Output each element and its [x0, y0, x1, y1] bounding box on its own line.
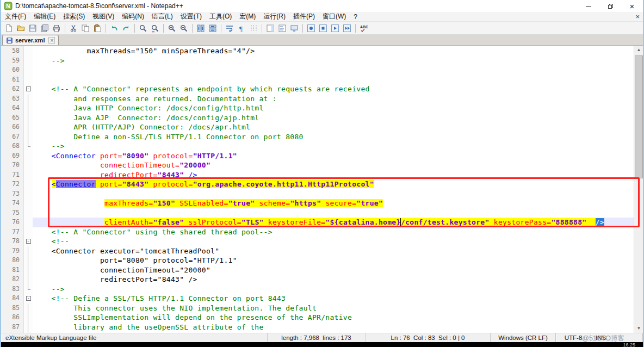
- indent-guide-icon[interactable]: [248, 23, 259, 34]
- restore-button[interactable]: [599, 0, 621, 12]
- menu-item-11[interactable]: 插件(P): [289, 12, 319, 21]
- cut-icon[interactable]: [68, 23, 79, 34]
- code-text[interactable]: [33, 208, 634, 218]
- code-text[interactable]: redirectPort="8443" />: [33, 275, 634, 284]
- editor-area[interactable]: 58 maxThreads="150" minSpareThreads="4"/…: [1, 46, 643, 333]
- menu-item-6[interactable]: 语言(L): [148, 12, 177, 21]
- tab-bar: server.xml ×: [1, 35, 643, 46]
- code-text[interactable]: [33, 65, 634, 75]
- code-text[interactable]: [33, 189, 634, 199]
- notepadpp-app-icon: N: [4, 2, 13, 10]
- fold-collapse-icon[interactable]: -: [24, 294, 33, 303]
- code-text[interactable]: SSLImplementation will depend on the pre…: [33, 313, 634, 323]
- code-text[interactable]: <Connector port="8090" protocol="HTTP/1.…: [33, 151, 634, 161]
- save-all-icon[interactable]: [39, 23, 50, 34]
- code-text[interactable]: redirectPort="8443" />: [33, 170, 634, 180]
- sync-h-icon[interactable]: [207, 23, 218, 34]
- tab-server-xml[interactable]: server.xml ×: [2, 35, 59, 45]
- monitor-icon[interactable]: [289, 23, 300, 34]
- line-number: 75: [1, 208, 24, 218]
- zoom-out-icon[interactable]: [178, 23, 189, 34]
- scroll-up-icon[interactable]: ▲: [634, 46, 643, 54]
- code-text[interactable]: maxThreads="150" minSpareThreads="4"/>: [33, 46, 634, 56]
- menu-item-4[interactable]: 视图(V): [89, 12, 118, 21]
- code-text[interactable]: -->: [33, 56, 634, 66]
- show-all-chars-icon[interactable]: ¶: [236, 23, 247, 34]
- code-text[interactable]: This connector uses the NIO implementati…: [33, 303, 634, 313]
- paste-icon[interactable]: [92, 23, 103, 34]
- code-text[interactable]: clientAuth="false" sslProtocol="TLS" key…: [33, 218, 634, 227]
- copy-icon[interactable]: [80, 23, 91, 34]
- line-number: 86: [1, 313, 24, 323]
- print-icon[interactable]: [51, 23, 62, 34]
- menu-item-13[interactable]: ?: [350, 12, 361, 21]
- menu-item-1[interactable]: 文件(F): [1, 12, 30, 21]
- macro-stop-icon[interactable]: [318, 23, 329, 34]
- code-text[interactable]: Define a non-SSL/TLS HTTP/1.1 Connector …: [33, 132, 634, 142]
- menu-item-5[interactable]: 编码(N): [118, 12, 148, 21]
- word-wrap-icon[interactable]: [224, 23, 235, 34]
- status-insert-mode[interactable]: INS: [591, 333, 643, 342]
- status-encoding[interactable]: UTF-8: [556, 333, 591, 342]
- code-text[interactable]: <Connector executor="tomcatThreadPool": [33, 246, 634, 256]
- scroll-down-icon[interactable]: ▼: [634, 324, 643, 333]
- fold-collapse-icon[interactable]: -: [24, 84, 33, 94]
- code-text[interactable]: connectionTimeout="20000": [33, 160, 634, 170]
- vertical-scrollbar[interactable]: ▲ ▼: [634, 46, 643, 333]
- minimize-button[interactable]: [578, 0, 599, 12]
- tab-close-icon[interactable]: ×: [48, 37, 55, 44]
- menu-item-9[interactable]: 宏(M): [236, 12, 259, 21]
- undo-icon[interactable]: [109, 23, 120, 34]
- close-button[interactable]: ×: [621, 0, 643, 12]
- menu-item-3[interactable]: 搜索(S): [59, 12, 89, 21]
- doc-map-icon[interactable]: [265, 23, 276, 34]
- code-text[interactable]: maxThreads="150" SSLEnabled="true" schem…: [33, 199, 634, 208]
- code-text[interactable]: <!-- A "Connector" using the shared thre…: [33, 227, 634, 237]
- document-close-button[interactable]: ×: [635, 12, 640, 22]
- new-file-icon[interactable]: [3, 23, 14, 34]
- code-text[interactable]: library and the useOpenSSL attribute of …: [33, 323, 634, 332]
- zoom-in-icon[interactable]: [166, 23, 177, 34]
- code-line-76: 76 clientAuth="false" sslProtocol="TLS" …: [1, 218, 634, 227]
- redo-icon[interactable]: [121, 23, 132, 34]
- sync-v-icon[interactable]: [195, 23, 206, 34]
- code-text[interactable]: <Connector port="8443" protocol="org.apa…: [33, 179, 634, 189]
- code-text[interactable]: -->: [33, 284, 634, 294]
- replace-icon[interactable]: [150, 23, 160, 34]
- code-text[interactable]: [33, 75, 634, 85]
- spell-check-icon[interactable]: ABC: [358, 23, 369, 34]
- menu-item-7[interactable]: 设置(T): [177, 12, 206, 21]
- code-area[interactable]: 58 maxThreads="150" minSpareThreads="4"/…: [1, 46, 634, 333]
- code-text[interactable]: <!-- Define a SSL/TLS HTTP/1.1 Connector…: [33, 294, 634, 303]
- macro-record-icon[interactable]: [306, 23, 317, 34]
- code-text[interactable]: APR (HTTP/AJP) Connector: /docs/apr.html: [33, 122, 634, 132]
- menu-item-8[interactable]: 工具(O): [206, 12, 236, 21]
- find-icon[interactable]: [138, 23, 148, 34]
- menu-item-10[interactable]: 运行(R): [259, 12, 289, 21]
- macro-play-icon[interactable]: [330, 23, 340, 34]
- code-text[interactable]: -->: [33, 141, 634, 151]
- function-list-icon[interactable]: [277, 23, 288, 34]
- line-number: 83: [1, 284, 24, 294]
- code-text[interactable]: connectionTimeout="20000": [33, 265, 634, 275]
- code-text[interactable]: Java AJP Connector: /docs/config/ajp.htm…: [33, 113, 634, 123]
- code-line-60: 60: [1, 65, 634, 75]
- code-text[interactable]: port="8080" protocol="HTTP/1.1": [33, 256, 634, 265]
- code-text[interactable]: Java HTTP Connector: /docs/config/http.h…: [33, 103, 634, 113]
- line-number: 79: [1, 246, 24, 256]
- macro-run-multi-icon[interactable]: [342, 23, 352, 34]
- code-text[interactable]: <!--: [33, 237, 634, 246]
- scrollbar-thumb[interactable]: [635, 55, 643, 178]
- open-folder-icon[interactable]: [15, 23, 26, 34]
- save-icon[interactable]: [27, 23, 38, 34]
- menu-item-12[interactable]: 窗口(W): [319, 12, 350, 21]
- code-text[interactable]: and responses are returned. Documentatio…: [33, 94, 634, 104]
- code-line-80: 80 port="8080" protocol="HTTP/1.1": [1, 256, 634, 265]
- fold-collapse-icon[interactable]: -: [24, 237, 33, 246]
- fold-margin: [24, 265, 33, 275]
- status-eol-format[interactable]: Windows (CR LF): [491, 333, 556, 342]
- line-number: 68: [1, 141, 24, 151]
- code-text[interactable]: <!-- A "Connector" represents an endpoin…: [33, 84, 634, 94]
- menu-item-2[interactable]: 编辑(E): [30, 12, 59, 21]
- fold-margin: [24, 208, 33, 218]
